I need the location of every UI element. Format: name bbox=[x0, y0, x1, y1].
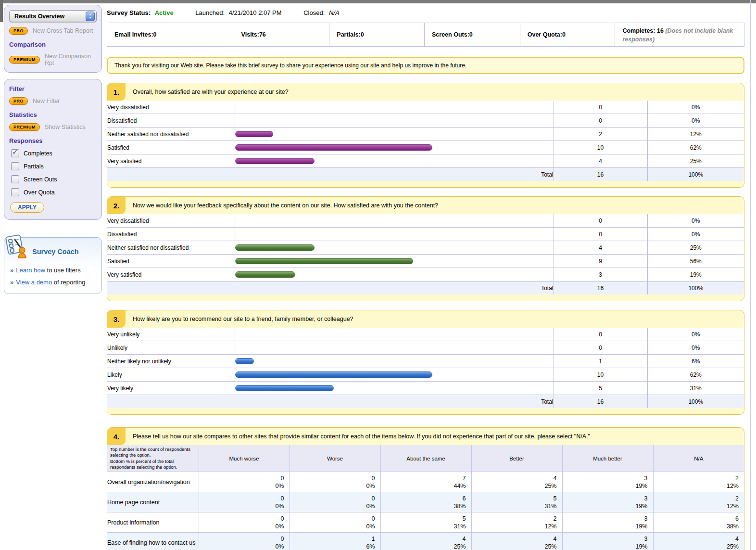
matrix-row: Ease of finding how to contact us00%16%4… bbox=[107, 533, 744, 550]
stat-value: 0 bbox=[469, 31, 473, 38]
matrix-cell: 425% bbox=[471, 533, 562, 550]
answer-bar bbox=[235, 158, 315, 164]
matrix-cell-count: 4 bbox=[654, 535, 739, 543]
answer-percent: 0% bbox=[647, 328, 744, 341]
matrix-cell: 425% bbox=[653, 533, 744, 550]
matrix-cell-percent: 12% bbox=[654, 502, 739, 510]
matrix-note: Top number is the count of respondents s… bbox=[107, 445, 199, 472]
matrix-cell: 00% bbox=[199, 512, 290, 533]
question-text: How likely are you to recommend our site… bbox=[126, 310, 361, 328]
stat-label: Screen Outs: bbox=[432, 31, 469, 38]
matrix-cell: 319% bbox=[562, 512, 653, 533]
answers-table: Very dissatisfied00%Dissatisfied00%Neith… bbox=[107, 214, 744, 294]
matrix-cell-percent: 0% bbox=[199, 543, 284, 550]
answer-count: 2 bbox=[554, 128, 647, 141]
question-header: 1.Overall, how satisfied are with your e… bbox=[107, 83, 744, 101]
matrix-cell-count: 5 bbox=[381, 515, 466, 523]
matrix-row-label: Ease of finding how to contact us bbox=[107, 533, 199, 550]
matrix-row-label: Home page content bbox=[107, 492, 199, 512]
stat-label: Over Quota: bbox=[528, 31, 562, 38]
matrix-cell-percent: 12% bbox=[654, 482, 739, 490]
response-checkbox-partials[interactable]: Partials bbox=[11, 162, 96, 170]
coach-link-demo[interactable]: »View a demo of reporting bbox=[10, 279, 97, 286]
answer-bar bbox=[235, 131, 273, 137]
question-block: 2.Now we would like your feedback specif… bbox=[107, 196, 744, 301]
closed-label: Closed: bbox=[303, 9, 325, 16]
checkbox-icon bbox=[11, 175, 19, 183]
matrix-cell-percent: 19% bbox=[563, 502, 648, 510]
comparison-heading: Comparison bbox=[9, 41, 97, 48]
report-panel: Results Overview ▲▼ PRO New Cross Tab Re… bbox=[4, 5, 102, 73]
matrix-cell-percent: 6% bbox=[290, 543, 375, 550]
matrix-cell-count: 3 bbox=[563, 474, 648, 482]
matrix-cell-percent: 0% bbox=[199, 523, 284, 530]
main-content: Survey Status: Active Launched: 4/21/201… bbox=[107, 3, 744, 550]
stat-value: 0 bbox=[562, 31, 566, 38]
matrix-cell-percent: 0% bbox=[290, 523, 375, 530]
report-type-select[interactable]: Results Overview ▲▼ bbox=[9, 10, 97, 22]
coach-link-text[interactable]: View a demo bbox=[16, 279, 52, 286]
response-checkboxes: CompletesPartialsScreen OutsOver Quota bbox=[9, 149, 97, 196]
matrix-cell: 00% bbox=[199, 492, 290, 512]
matrix-cell-count: 7 bbox=[381, 474, 466, 482]
question-footer bbox=[107, 181, 744, 187]
new-filter-link[interactable]: New Filter bbox=[33, 98, 60, 104]
total-row: Total16100% bbox=[107, 281, 744, 295]
link-arrow-icon: » bbox=[10, 267, 13, 274]
filter-heading: Filter bbox=[9, 85, 97, 92]
apply-button[interactable]: APPLY bbox=[10, 202, 44, 213]
report-type-value: Results Overview bbox=[14, 13, 64, 20]
matrix-cell-count: 2 bbox=[654, 495, 739, 502]
response-checkbox-over-quota[interactable]: Over Quota bbox=[11, 188, 96, 196]
coach-link-text[interactable]: Learn how bbox=[16, 267, 45, 274]
matrix-cell-percent: 31% bbox=[381, 523, 466, 530]
launched-value: 4/21/2010 2:07 PM bbox=[229, 9, 282, 16]
answer-percent: 25% bbox=[647, 241, 744, 255]
matrix-cell-count: 3 bbox=[563, 515, 648, 523]
total-count: 16 bbox=[554, 281, 647, 295]
matrix-cell: 531% bbox=[380, 512, 471, 533]
question-text: Now we would like your feedback specific… bbox=[126, 197, 445, 214]
answer-percent: 62% bbox=[647, 368, 744, 382]
answer-row: Neither likely nor unlikely16% bbox=[107, 355, 744, 368]
matrix-cell-count: 2 bbox=[654, 474, 739, 482]
matrix-cell: 212% bbox=[653, 492, 744, 512]
answer-bar-cell bbox=[235, 268, 554, 281]
answer-row: Very satisfied425% bbox=[107, 154, 744, 168]
survey-intro-box: Thank you for visiting our Web site. Ple… bbox=[107, 57, 744, 74]
matrix-cell-count: 6 bbox=[381, 495, 466, 502]
matrix-cell: 744% bbox=[380, 472, 471, 492]
total-count: 16 bbox=[554, 395, 647, 409]
premium-badge: PREMIUM bbox=[9, 123, 40, 131]
matrix-column-header: About the same bbox=[380, 445, 471, 472]
matrix-cell-count: 3 bbox=[563, 495, 648, 502]
answer-row: Dissatisfied00% bbox=[107, 228, 744, 241]
answer-row: Dissatisfied00% bbox=[107, 114, 744, 128]
answer-label: Dissatisfied bbox=[107, 114, 235, 128]
pro-badge: PRO bbox=[9, 97, 28, 105]
checkbox-label: Over Quota bbox=[24, 189, 55, 196]
answer-percent: 0% bbox=[647, 101, 744, 114]
filter-panel: Filter PRO New Filter Statistics PREMIUM… bbox=[4, 79, 102, 220]
answer-percent: 0% bbox=[647, 114, 744, 128]
matrix-cell: 638% bbox=[653, 512, 744, 533]
matrix-cell-percent: 0% bbox=[290, 502, 375, 510]
matrix-column-header: Better bbox=[471, 445, 562, 472]
matrix-cell-percent: 0% bbox=[199, 482, 284, 490]
coach-link-filters[interactable]: »Learn how to use filters bbox=[10, 267, 97, 274]
show-statistics-link[interactable]: Show Statistics bbox=[45, 124, 86, 130]
matrix-cell-count: 4 bbox=[472, 535, 557, 543]
new-cross-tab-link[interactable]: New Cross Tab Report bbox=[33, 27, 93, 34]
matrix-cell-count: 5 bbox=[472, 495, 557, 502]
pro-badge: PRO bbox=[9, 27, 28, 35]
answer-bar-cell bbox=[235, 128, 554, 141]
response-checkbox-completes[interactable]: Completes bbox=[11, 149, 96, 157]
new-comparison-link[interactable]: New Comparison Rpt bbox=[45, 53, 97, 66]
stat-label: Email Invites: bbox=[114, 31, 153, 38]
stat-cell: Partials: 0 bbox=[329, 23, 424, 46]
answer-percent: 0% bbox=[647, 228, 744, 241]
answer-row: Unlikely00% bbox=[107, 341, 744, 355]
total-label: Total bbox=[107, 395, 554, 409]
response-checkbox-screen-outs[interactable]: Screen Outs bbox=[11, 175, 96, 183]
matrix-cell-count: 0 bbox=[199, 535, 284, 543]
